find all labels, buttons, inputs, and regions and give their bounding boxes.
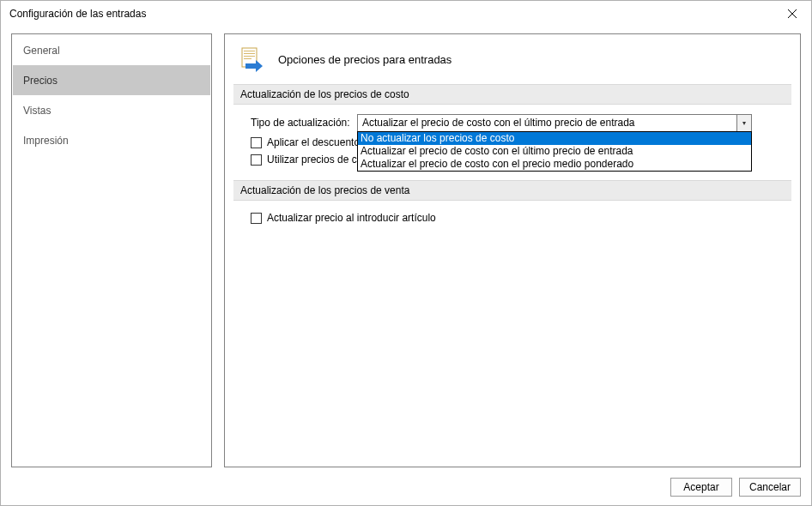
update-on-insert-label: Actualizar precio al introducir artículo: [267, 212, 436, 224]
section-cost-body: Tipo de actualización: Actualizar el pre…: [233, 105, 791, 173]
sidebar-item-vistas[interactable]: Vistas: [13, 95, 210, 125]
update-on-insert-checkbox[interactable]: [251, 213, 262, 224]
chevron-down-icon: ▾: [736, 115, 751, 131]
svg-rect-6: [244, 58, 251, 59]
section-sale: Actualización de los precios de venta Ac…: [233, 180, 791, 232]
cancel-button-label: Cancelar: [749, 481, 791, 493]
section-cost: Actualización de los precios de costo Ti…: [233, 84, 791, 173]
main-panel: Opciones de precios para entradas Actual…: [224, 33, 801, 467]
svg-rect-4: [244, 53, 255, 54]
dialog-footer: Aceptar Cancelar: [1, 473, 811, 505]
use-prices-checkbox[interactable]: [251, 154, 262, 166]
section-sale-body: Actualizar precio al introducir artículo: [233, 201, 791, 232]
cancel-button[interactable]: Cancelar: [739, 478, 801, 497]
close-button[interactable]: [773, 1, 811, 27]
ok-button[interactable]: Aceptar: [670, 478, 732, 497]
document-arrow-icon: [239, 46, 264, 72]
svg-rect-3: [244, 51, 255, 51]
sidebar-item-label: Impresión: [23, 135, 69, 147]
row-update-type: Tipo de actualización: Actualizar el pre…: [251, 113, 786, 132]
apply-discount-label: Aplicar el descuento: [267, 136, 360, 148]
sidebar: General Precios Vistas Impresión: [11, 33, 212, 467]
apply-discount-checkbox[interactable]: [251, 137, 262, 148]
dropdown-option[interactable]: No actualizar los precios de costo: [358, 132, 751, 145]
dropdown-option[interactable]: Actualizar el precio de costo con el últ…: [358, 145, 751, 158]
sidebar-item-label: Vistas: [23, 105, 51, 117]
page-header: Opciones de precios para entradas: [233, 46, 791, 84]
window-title: Configuración de las entradas: [9, 8, 146, 20]
close-icon: [788, 9, 797, 18]
use-prices-label: Utilizar precios de co: [267, 154, 362, 166]
svg-rect-5: [244, 56, 255, 57]
titlebar: Configuración de las entradas: [1, 1, 811, 27]
ok-button-label: Aceptar: [683, 481, 718, 493]
dropdown-option[interactable]: Actualizar el precio de costo con el pre…: [358, 158, 751, 171]
update-type-select[interactable]: Actualizar el precio de costo con el últ…: [357, 114, 752, 132]
dialog-window: Configuración de las entradas General Pr…: [0, 0, 812, 506]
update-type-value: Actualizar el precio de costo con el últ…: [358, 117, 736, 129]
row-update-on-insert: Actualizar precio al introducir artículo: [251, 209, 786, 226]
sidebar-item-general[interactable]: General: [13, 35, 210, 65]
sidebar-item-label: General: [23, 45, 60, 57]
section-cost-header: Actualización de los precios de costo: [233, 84, 791, 105]
page-title: Opciones de precios para entradas: [278, 53, 451, 66]
update-type-select-wrap: Actualizar el precio de costo con el últ…: [357, 114, 752, 132]
dialog-body: General Precios Vistas Impresión: [1, 27, 811, 473]
sidebar-item-label: Precios: [23, 75, 58, 87]
sidebar-item-impresion[interactable]: Impresión: [13, 125, 210, 155]
update-type-label: Tipo de actualización:: [251, 117, 352, 129]
update-type-dropdown: No actualizar los precios de costo Actua…: [357, 131, 752, 172]
sidebar-item-precios[interactable]: Precios: [13, 65, 210, 95]
section-sale-header: Actualización de los precios de venta: [233, 180, 791, 201]
